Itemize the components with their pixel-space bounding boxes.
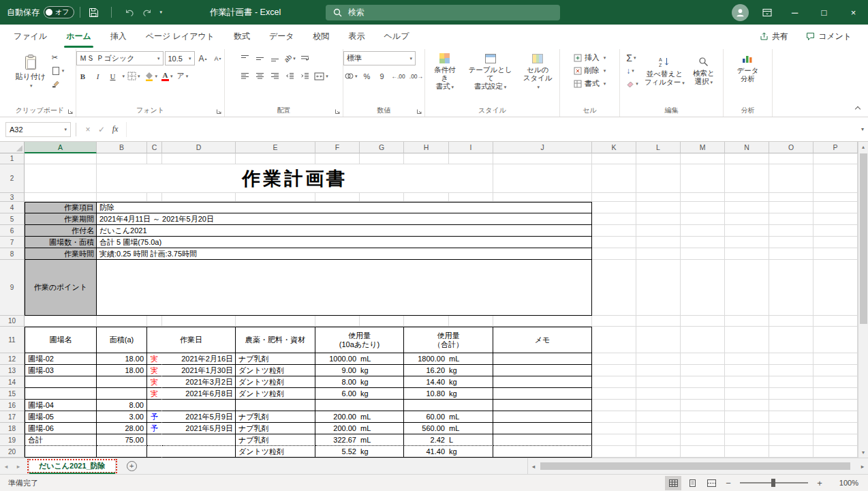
cell-material[interactable]: ダントツ粒剤 [236, 388, 315, 400]
cell[interactable] [813, 202, 858, 213]
cell-date[interactable]: 2021年5月9日 [162, 411, 236, 423]
minimize-button[interactable]: ─ [780, 0, 809, 25]
cell-area[interactable]: 8.00 [97, 400, 147, 411]
cell-date[interactable]: 2021年5月9日 [162, 423, 236, 434]
cell-field[interactable]: 合計 [25, 434, 97, 446]
cell-material[interactable] [236, 400, 315, 411]
cell[interactable] [725, 327, 769, 353]
cell[interactable] [25, 153, 97, 164]
cell[interactable] [636, 153, 681, 164]
cell-date[interactable]: 2021年3月2日 [162, 376, 236, 388]
cell[interactable] [769, 153, 813, 164]
cell-usage-per[interactable]: 200.00mL [315, 423, 404, 434]
cell[interactable] [592, 202, 636, 213]
cell[interactable] [592, 434, 636, 446]
cell[interactable] [493, 153, 592, 164]
cell[interactable] [315, 193, 360, 202]
cell[interactable] [592, 225, 636, 237]
table-header-cell[interactable]: 作業日 [147, 327, 236, 353]
zoom-slider[interactable] [740, 482, 808, 483]
info-label[interactable]: 作業期間 [25, 213, 97, 225]
account-avatar[interactable] [732, 4, 749, 21]
cell-area[interactable] [97, 446, 147, 458]
cell[interactable] [725, 202, 769, 213]
phonetic-guide-button[interactable]: ア▾ [176, 69, 190, 83]
cell[interactable] [493, 316, 592, 327]
cell[interactable] [592, 376, 636, 388]
cell[interactable] [636, 388, 681, 400]
sheet-tab-active[interactable]: だいこん2021_防除 [29, 458, 116, 474]
cell[interactable] [681, 248, 725, 260]
row-header-14[interactable]: 14 [0, 376, 25, 388]
cell[interactable] [681, 423, 725, 434]
search-box[interactable]: 検索 [326, 5, 560, 20]
cell[interactable] [769, 365, 813, 376]
collapse-ribbon-button[interactable] [853, 103, 863, 113]
cell-mark[interactable]: 実 [147, 388, 162, 400]
cell-field[interactable] [25, 388, 97, 400]
autosave-toggle[interactable]: 自動保存 オフ [7, 6, 74, 18]
undo-button[interactable] [124, 8, 135, 17]
row-header-17[interactable]: 17 [0, 411, 25, 423]
horizontal-scroll-thumb[interactable] [540, 462, 850, 470]
cell[interactable] [769, 388, 813, 400]
increase-font-size-button[interactable]: A▴ [196, 51, 210, 65]
cell[interactable] [162, 153, 236, 164]
cell[interactable] [813, 164, 858, 193]
cell-usage-per[interactable]: 322.67mL [315, 434, 404, 446]
vertical-scrollbar[interactable]: ▴ ▾ [858, 142, 868, 458]
cell-usage-total[interactable]: 2.42L [404, 434, 493, 446]
cell[interactable] [449, 316, 493, 327]
delete-cells-button[interactable]: 削除▾ [572, 64, 608, 77]
clipboard-dialog-launcher[interactable] [67, 108, 74, 115]
cell[interactable] [681, 260, 725, 316]
cell[interactable] [681, 446, 725, 458]
tab-review[interactable]: 校閲 [304, 25, 339, 48]
row-header-4[interactable]: 4 [0, 202, 25, 213]
cell[interactable] [725, 411, 769, 423]
cell-mark[interactable]: 予 [147, 423, 162, 434]
row-header-1[interactable]: 1 [0, 153, 25, 164]
cell[interactable] [681, 353, 725, 365]
cell-date[interactable] [162, 446, 236, 458]
info-label[interactable]: 作業時間 [25, 248, 97, 260]
cell[interactable] [636, 327, 681, 353]
alignment-dialog-launcher[interactable] [335, 108, 341, 115]
cell[interactable] [236, 193, 315, 202]
italic-button[interactable]: I [91, 69, 105, 83]
cell[interactable] [592, 164, 636, 193]
cell[interactable] [681, 316, 725, 327]
font-dialog-launcher[interactable] [216, 108, 222, 115]
cell-area[interactable]: 75.00 [97, 434, 147, 446]
fill-color-button[interactable]: ▾ [143, 69, 159, 83]
cell-area[interactable] [97, 388, 147, 400]
cell[interactable] [813, 388, 858, 400]
cell-material[interactable]: ナブ乳剤 [236, 353, 315, 365]
column-header-J[interactable]: J [493, 142, 592, 153]
column-header-M[interactable]: M [681, 142, 725, 153]
row-header-18[interactable]: 18 [0, 423, 25, 434]
cell[interactable] [592, 423, 636, 434]
cell[interactable] [725, 400, 769, 411]
cell[interactable] [725, 237, 769, 248]
autosum-button[interactable]: Σ▾ [625, 51, 640, 64]
cell-area[interactable] [97, 376, 147, 388]
zoom-out-button[interactable]: − [722, 478, 734, 488]
bold-button[interactable]: B [76, 69, 90, 83]
align-right-button[interactable] [268, 69, 281, 83]
cell[interactable] [25, 193, 97, 202]
paste-dropdown[interactable]: ▾ [30, 83, 33, 89]
row-header-10[interactable]: 10 [0, 316, 25, 327]
name-box[interactable]: A32▾ [5, 122, 71, 137]
column-header-P[interactable]: P [813, 142, 858, 153]
cell-usage-total[interactable]: 41.40kg [404, 446, 493, 458]
cell[interactable] [813, 248, 858, 260]
table-header-cell[interactable]: 圃場名 [25, 327, 97, 353]
cell-field[interactable]: 圃場-06 [25, 423, 97, 434]
cell[interactable] [636, 400, 681, 411]
conditional-formatting-button[interactable]: 条件付き書式▾ [428, 51, 462, 91]
cell-date[interactable] [162, 434, 236, 446]
cell[interactable] [769, 411, 813, 423]
font-name-select[interactable]: ＭＳ Ｐゴシック▾ [76, 51, 164, 65]
cell[interactable] [769, 400, 813, 411]
